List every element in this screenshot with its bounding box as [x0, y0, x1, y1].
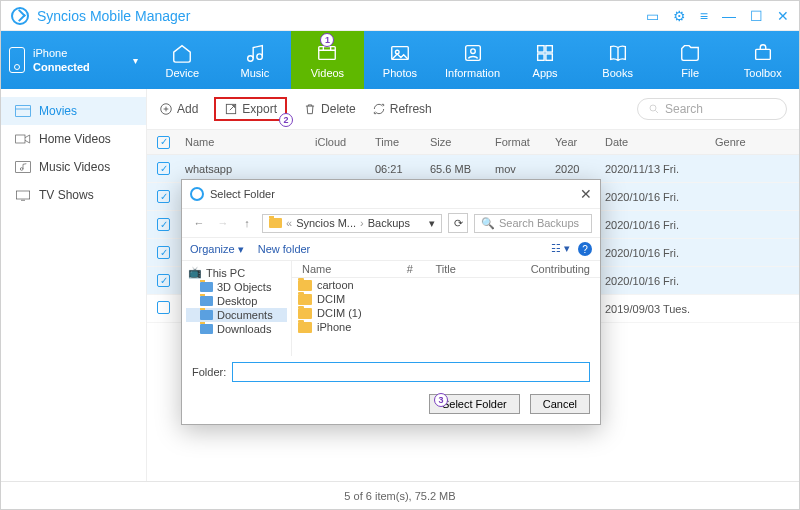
- sidebar-item-movies[interactable]: Movies: [1, 97, 146, 125]
- file-row[interactable]: iPhone: [292, 320, 600, 334]
- svg-rect-16: [16, 191, 29, 199]
- nav-tabs: Device Music 1 Videos Photos Information…: [146, 31, 799, 89]
- view-mode-icon[interactable]: ☷ ▾: [551, 242, 570, 256]
- breadcrumb[interactable]: « Syncios M... › Backups ▾: [262, 214, 442, 233]
- tree-node[interactable]: 📺This PC: [186, 265, 287, 280]
- app-logo-icon: [11, 7, 29, 25]
- maximize-icon[interactable]: ☐: [750, 8, 763, 24]
- device-selector[interactable]: iPhone Connected ▾: [1, 31, 146, 89]
- nav-refresh-icon[interactable]: ⟳: [448, 213, 468, 233]
- add-button[interactable]: Add: [159, 102, 198, 116]
- nav-up-icon[interactable]: ↑: [238, 214, 256, 232]
- svg-rect-12: [16, 106, 31, 117]
- tree-node[interactable]: 3D Objects: [186, 280, 287, 294]
- file-row[interactable]: DCIM: [292, 292, 600, 306]
- file-row[interactable]: cartoon: [292, 278, 600, 292]
- row-checkbox[interactable]: [157, 274, 170, 287]
- phone-icon: [9, 47, 25, 73]
- app-title: Syncios Mobile Manager: [37, 8, 190, 24]
- sidebar: Movies Home Videos Music Videos TV Shows: [1, 89, 146, 481]
- select-all-checkbox[interactable]: [157, 136, 170, 149]
- movies-icon: [15, 105, 31, 117]
- svg-rect-9: [538, 53, 544, 59]
- tree-node[interactable]: Desktop: [186, 294, 287, 308]
- sidebar-item-music-videos[interactable]: Music Videos: [1, 153, 146, 181]
- minimize-icon[interactable]: —: [722, 8, 736, 24]
- dialog-titlebar: Select Folder ✕: [182, 180, 600, 208]
- device-name: iPhone: [33, 46, 90, 60]
- col-format[interactable]: Format: [495, 136, 555, 148]
- row-checkbox[interactable]: [157, 246, 170, 259]
- svg-point-19: [650, 105, 656, 111]
- tab-toolbox[interactable]: Toolbox: [727, 31, 800, 89]
- tree-node[interactable]: Downloads: [186, 322, 287, 336]
- svg-rect-7: [538, 45, 544, 51]
- svg-rect-11: [755, 49, 770, 59]
- new-folder-button[interactable]: New folder: [258, 243, 311, 255]
- col-name[interactable]: Name: [185, 136, 315, 148]
- svg-rect-13: [16, 135, 25, 143]
- tab-device[interactable]: Device: [146, 31, 219, 89]
- nav-forward-icon[interactable]: →: [214, 214, 232, 232]
- folder-input[interactable]: [232, 362, 590, 382]
- col-year[interactable]: Year: [555, 136, 605, 148]
- help-icon[interactable]: ?: [578, 242, 592, 256]
- dialog-close-icon[interactable]: ✕: [580, 186, 592, 202]
- select-folder-dialog: Select Folder ✕ ← → ↑ « Syncios M... › B…: [181, 179, 601, 425]
- caret-down-icon: ▾: [133, 55, 138, 66]
- tree-node[interactable]: Documents: [186, 308, 287, 322]
- close-icon[interactable]: ✕: [777, 8, 789, 24]
- col-size[interactable]: Size: [430, 136, 495, 148]
- sidebar-item-home-videos[interactable]: Home Videos: [1, 125, 146, 153]
- tab-books[interactable]: Books: [581, 31, 654, 89]
- titlebar: Syncios Mobile Manager ▭ ⚙ ≡ — ☐ ✕: [1, 1, 799, 31]
- feedback-icon[interactable]: ▭: [646, 8, 659, 24]
- export-button[interactable]: Export 2: [214, 97, 287, 121]
- refresh-button[interactable]: Refresh: [372, 102, 432, 116]
- folder-icon: [269, 218, 282, 228]
- folder-icon: [298, 308, 312, 319]
- row-checkbox[interactable]: [157, 218, 170, 231]
- col-genre[interactable]: Genre: [715, 136, 765, 148]
- file-list: Name # Title Contributing cartoonDCIMDCI…: [292, 261, 600, 356]
- settings-icon[interactable]: ⚙: [673, 8, 686, 24]
- tab-file[interactable]: File: [654, 31, 727, 89]
- annotation-1: 1: [320, 33, 334, 47]
- row-checkbox[interactable]: [157, 301, 170, 314]
- sidebar-item-tv-shows[interactable]: TV Shows: [1, 181, 146, 209]
- row-checkbox[interactable]: [157, 162, 170, 175]
- dialog-search[interactable]: 🔍Search Backups: [474, 214, 592, 233]
- svg-rect-8: [546, 45, 552, 51]
- organize-menu[interactable]: Organize ▾: [190, 243, 244, 256]
- folder-icon: [298, 280, 312, 291]
- dialog-toolbar: Organize ▾ New folder ☷ ▾ ?: [182, 238, 600, 261]
- tv-shows-icon: [15, 189, 31, 201]
- tab-videos[interactable]: 1 Videos: [291, 31, 364, 89]
- col-date[interactable]: Date: [605, 136, 715, 148]
- delete-button[interactable]: Delete: [303, 102, 356, 116]
- col-icloud[interactable]: iCloud: [315, 136, 375, 148]
- window-controls: ▭ ⚙ ≡ — ☐ ✕: [646, 8, 789, 24]
- file-row[interactable]: DCIM (1): [292, 306, 600, 320]
- device-status: Connected: [33, 60, 90, 74]
- svg-point-0: [248, 55, 254, 61]
- dialog-nav: ← → ↑ « Syncios M... › Backups ▾ ⟳ 🔍Sear…: [182, 208, 600, 238]
- menu-icon[interactable]: ≡: [700, 8, 708, 24]
- folder-icon: [298, 294, 312, 305]
- home-videos-icon: [15, 133, 31, 145]
- col-time[interactable]: Time: [375, 136, 430, 148]
- tab-information[interactable]: Information: [436, 31, 509, 89]
- dialog-logo-icon: [190, 187, 204, 201]
- tab-music[interactable]: Music: [219, 31, 292, 89]
- music-videos-icon: [15, 161, 31, 173]
- tab-photos[interactable]: Photos: [364, 31, 437, 89]
- nav-back-icon[interactable]: ←: [190, 214, 208, 232]
- status-bar: 5 of 6 item(s), 75.2 MB: [1, 481, 799, 509]
- folder-tree: 📺This PC3D ObjectsDesktopDocumentsDownlo…: [182, 261, 292, 356]
- search-box[interactable]: Search: [637, 98, 787, 120]
- cancel-button[interactable]: Cancel: [530, 394, 590, 414]
- row-checkbox[interactable]: [157, 190, 170, 203]
- dialog-title: Select Folder: [210, 188, 275, 200]
- tab-apps[interactable]: Apps: [509, 31, 582, 89]
- svg-rect-10: [546, 53, 552, 59]
